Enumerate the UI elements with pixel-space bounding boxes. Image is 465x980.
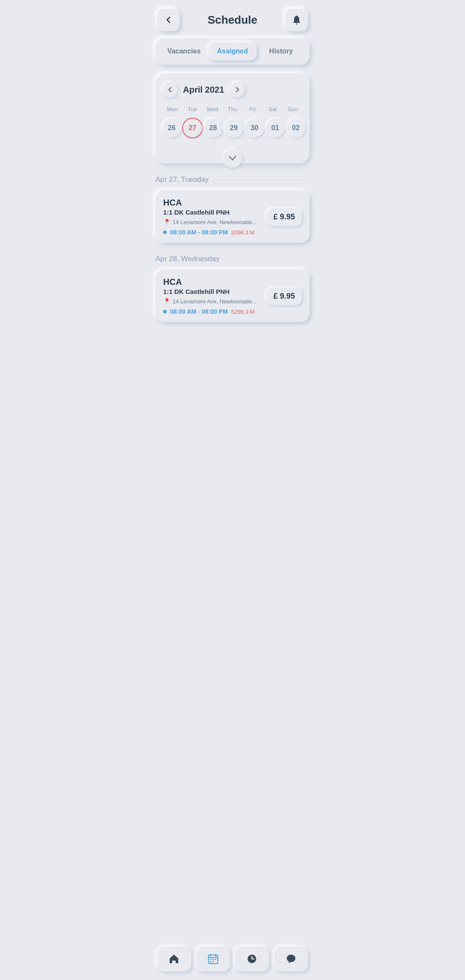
appt-address-2: 14 Lenamore Ave, Newtownabb... — [173, 298, 257, 305]
svg-point-0 — [296, 23, 298, 25]
weekdays-row: Mon Tue Wed Thu Fri Sat Sun — [162, 104, 303, 114]
time-dot-1 — [163, 231, 167, 234]
tab-assigned[interactable]: Assigned — [208, 42, 257, 60]
next-month-button[interactable] — [229, 82, 245, 97]
calendar-header: April 2021 — [162, 82, 303, 97]
day-02[interactable]: 02 — [286, 119, 305, 137]
location-icon-2: 📍 — [163, 298, 170, 305]
weekday-fri: Fri — [242, 104, 263, 114]
time-dot-2 — [163, 310, 167, 313]
tab-vacancies[interactable]: Vacancies — [160, 42, 208, 60]
calendar-expand — [162, 149, 303, 168]
calendar-month-title: April 2021 — [183, 85, 224, 95]
price-badge-2: £ 9.95 — [267, 287, 302, 305]
tab-history[interactable]: History — [257, 42, 305, 60]
prev-month-button[interactable] — [162, 82, 178, 97]
nav-clock-button[interactable] — [235, 946, 269, 971]
date-label-row-2: Apr 28, Wednesday — [155, 255, 310, 263]
schedule-section-2: Apr 28, Wednesday HCA 1:1 DK Castlehill … — [155, 255, 310, 322]
date-label-row-1: Apr 27, Tuesday — [155, 175, 310, 184]
tabs-container: Vacancies Assigned History — [155, 38, 310, 65]
appt-time-2: 08:00 AM - 08:00 PM — [170, 308, 228, 315]
date-divider-1 — [213, 180, 310, 180]
day-30[interactable]: 30 — [245, 119, 264, 137]
weekday-sat: Sat — [263, 104, 283, 114]
date-divider-2 — [224, 259, 310, 259]
weekday-tue: Tue — [183, 104, 203, 114]
svg-rect-9 — [212, 961, 214, 962]
appt-distance-1: 5296.3 M — [231, 229, 254, 236]
weekday-mon: Mon — [162, 104, 183, 114]
appointment-card-2[interactable]: HCA 1:1 DK Castlehill PNH 📍 14 Lenamore … — [155, 269, 310, 322]
date-label-2: Apr 28, Wednesday — [155, 255, 220, 263]
weekday-sun: Sun — [282, 104, 303, 114]
day-28[interactable]: 28 — [204, 119, 223, 137]
appt-time-row-2: 08:00 AM - 08:00 PM 5296.3 M — [163, 308, 261, 315]
date-label-1: Apr 27, Tuesday — [155, 175, 209, 184]
calendar: April 2021 Mon Tue Wed Thu Fri Sat Sun 2… — [155, 73, 310, 163]
back-button[interactable] — [157, 9, 180, 31]
days-grid: 26 27 28 29 30 01 02 — [162, 119, 303, 137]
day-01[interactable]: 01 — [266, 119, 285, 137]
appt-subtitle-1: 1:1 DK Castlehill PNH — [163, 209, 261, 216]
svg-rect-7 — [215, 959, 216, 960]
page-title: Schedule — [208, 13, 257, 27]
appt-location-1: 📍 14 Lenamore Ave, Newtownabb... — [163, 218, 261, 225]
header: Schedule — [149, 0, 316, 38]
appt-title-2: HCA — [163, 277, 261, 287]
nav-home-button[interactable] — [157, 946, 191, 971]
day-29[interactable]: 29 — [224, 119, 243, 137]
appt-subtitle-2: 1:1 DK Castlehill PNH — [163, 288, 261, 295]
bottom-nav — [149, 941, 316, 980]
nav-calendar-button[interactable] — [196, 946, 230, 971]
weekday-wed: Wed — [202, 104, 223, 114]
price-badge-1: £ 9.95 — [267, 208, 302, 226]
day-26[interactable]: 26 — [162, 119, 181, 137]
appointment-info-2: HCA 1:1 DK Castlehill PNH 📍 14 Lenamore … — [163, 277, 261, 315]
svg-rect-8 — [210, 961, 211, 962]
weekday-thu: Thu — [223, 104, 243, 114]
appt-time-row-1: 08:00 AM - 08:00 PM 5296.3 M — [163, 229, 261, 236]
appt-time-1: 08:00 AM - 08:00 PM — [170, 229, 228, 236]
appt-address-1: 14 Lenamore Ave, Newtownabb... — [173, 219, 257, 225]
schedule-section-1: Apr 27, Tuesday HCA 1:1 DK Castlehill PN… — [155, 175, 310, 243]
appointment-card-1[interactable]: HCA 1:1 DK Castlehill PNH 📍 14 Lenamore … — [155, 190, 310, 243]
notification-button[interactable] — [285, 9, 308, 31]
appt-location-2: 📍 14 Lenamore Ave, Newtownabb... — [163, 298, 261, 305]
day-27-today[interactable]: 27 — [183, 119, 202, 137]
expand-calendar-button[interactable] — [223, 149, 242, 168]
appt-title-1: HCA — [163, 198, 261, 208]
location-icon-1: 📍 — [163, 218, 170, 225]
svg-rect-6 — [212, 959, 214, 960]
appt-distance-2: 5296.3 M — [231, 309, 254, 315]
nav-chat-button[interactable] — [274, 946, 308, 971]
appointment-info-1: HCA 1:1 DK Castlehill PNH 📍 14 Lenamore … — [163, 198, 261, 236]
svg-rect-5 — [210, 959, 211, 960]
